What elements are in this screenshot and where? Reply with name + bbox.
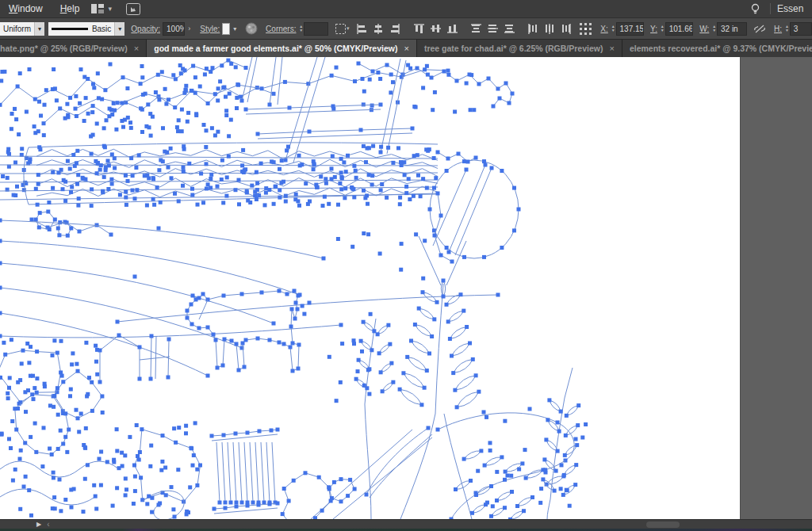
tab-title: tree gate for chad.ai* @ 6.25% (RGB/Prev… (424, 44, 603, 53)
align-v-center-icon[interactable] (429, 21, 442, 36)
recolor-artwork-icon[interactable] (243, 21, 259, 36)
x-stepper[interactable]: ▲▼ (611, 22, 616, 36)
lightbulb-icon[interactable] (747, 0, 764, 17)
menu-item-help[interactable]: Help (52, 3, 89, 14)
w-stepper[interactable]: ▲▼ (711, 22, 717, 36)
opacity-arrow-icon[interactable]: › (185, 25, 193, 32)
h-label[interactable]: H: (774, 25, 782, 33)
play-arrow-icon[interactable]: ▶ (36, 521, 41, 528)
align-group (355, 21, 573, 36)
document-tab[interactable]: hate.png* @ 25% (RGB/Preview)× (0, 40, 147, 57)
distribute-h-center-icon[interactable] (543, 21, 557, 36)
menu-items: WindowHelp (0, 0, 88, 17)
w-field[interactable]: 32 in (717, 22, 747, 36)
w-label[interactable]: W: (699, 25, 709, 33)
horizontal-scrollbar[interactable]: ▶ ‹ (0, 519, 812, 529)
style-label[interactable]: Style: (200, 25, 220, 33)
corners-field[interactable] (304, 22, 328, 36)
distribute-right-icon[interactable] (560, 21, 573, 36)
brush-definition-dropdown[interactable]: Basic ▾ (48, 22, 124, 36)
close-tab-icon[interactable]: × (134, 44, 139, 53)
align-left-icon[interactable] (355, 21, 369, 36)
close-tab-icon[interactable]: × (404, 44, 408, 53)
chevron-down-icon[interactable]: ▾ (230, 25, 239, 32)
distribute-top-icon[interactable] (469, 21, 483, 36)
distribute-v-center-icon[interactable] (486, 21, 500, 36)
document-tab[interactable]: tree gate for chad.ai* @ 6.25% (RGB/Prev… (417, 40, 622, 57)
control-bar: Uniform ▾ Basic ▾ Opacity: 100% › Style:… (0, 17, 812, 40)
chevron-down-icon: ▾ (114, 22, 124, 36)
align-top-icon[interactable] (412, 21, 426, 36)
tab-title: elements recovered.ai* @ 9.37% (CMYK/Pre… (630, 44, 812, 53)
align-h-center-icon[interactable] (372, 21, 385, 36)
select-similar-options-icon[interactable]: ▾ (333, 21, 351, 36)
y-label[interactable]: Y: (650, 25, 657, 33)
brush-definition-value: Basic (92, 25, 111, 33)
touch-hand-icon[interactable] (123, 0, 144, 17)
document-tab[interactable]: elements recovered.ai* @ 9.37% (CMYK/Pre… (622, 40, 812, 57)
canvas-area[interactable] (0, 57, 812, 519)
document-tab[interactable]: god made a farmer good elements.ai* @ 50… (147, 40, 417, 57)
stroke-profile-dropdown[interactable]: Uniform ▾ (0, 22, 44, 36)
chevron-down-icon[interactable]: ▾ (107, 5, 117, 13)
h-stepper[interactable]: ▲▼ (784, 22, 790, 36)
align-bottom-icon[interactable] (446, 21, 459, 36)
reference-point-icon[interactable] (577, 21, 594, 36)
tab-title: god made a farmer good elements.ai* @ 50… (154, 44, 397, 53)
opacity-field[interactable]: 100% (163, 22, 185, 36)
corners-stepper[interactable]: ▲▼ (298, 22, 304, 36)
opacity-label[interactable]: Opacity: (131, 25, 160, 33)
tab-title: hate.png* @ 25% (RGB/Preview) (0, 44, 128, 53)
distribute-left-icon[interactable] (527, 21, 540, 36)
workspace-switcher-icon[interactable] (88, 0, 107, 17)
pasteboard[interactable] (740, 57, 812, 519)
workspace-name[interactable]: Essen (777, 3, 812, 14)
align-right-icon[interactable] (389, 21, 402, 36)
document-tab-bar: hate.png* @ 25% (RGB/Preview)×god made a… (0, 40, 812, 57)
divider (770, 3, 771, 14)
x-field[interactable]: 137.1534 in (616, 22, 645, 36)
distribute-bottom-icon[interactable] (503, 21, 516, 36)
close-tab-icon[interactable]: × (609, 44, 614, 53)
artwork-svg[interactable] (0, 57, 740, 519)
x-label[interactable]: X: (600, 25, 607, 33)
y-field[interactable]: 101.6695 in (665, 22, 694, 36)
menu-item-window[interactable]: Window (0, 3, 52, 14)
scrollbar-thumb[interactable] (646, 521, 680, 528)
corners-label[interactable]: Corners: (266, 25, 296, 33)
illustrator-window: WindowHelp ▾ Essen (0, 0, 812, 531)
h-field[interactable]: 3 (790, 22, 812, 36)
style-swatch[interactable] (222, 23, 230, 35)
unlinked-dimensions-icon[interactable] (752, 21, 768, 36)
stroke-profile-value: Uniform (0, 22, 34, 36)
chevron-down-icon: ▾ (34, 22, 44, 36)
y-stepper[interactable]: ▲▼ (660, 22, 665, 36)
prev-chevron-icon[interactable]: ‹ (47, 520, 49, 529)
menu-bar: WindowHelp ▾ Essen (0, 0, 812, 17)
stroke-preview (52, 28, 88, 30)
